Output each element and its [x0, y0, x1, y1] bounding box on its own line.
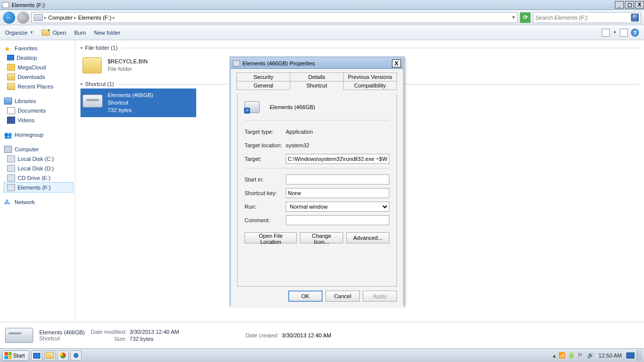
advanced-button[interactable]: Advanced... — [346, 232, 389, 243]
collapse-icon[interactable]: ▾ — [80, 82, 83, 86]
open-file-location-button[interactable]: Open File Location — [245, 232, 297, 243]
app-icon — [73, 353, 78, 358]
tray-volume-icon[interactable]: 🔊 — [587, 352, 594, 359]
taskbar: Start ▴ 📶 🔋 🏳 🔊 12:50 AM — [0, 348, 644, 362]
tab-general[interactable]: General — [236, 81, 290, 90]
breadcrumb[interactable]: ▸ Computer ▸ Elements (F:) ▸ ▾ — [31, 12, 518, 23]
label-date-created: Date created: — [246, 332, 279, 338]
cd-icon — [7, 174, 15, 182]
tray-icon[interactable]: 📶 — [558, 352, 566, 359]
help-icon[interactable]: ? — [631, 29, 639, 37]
dialog-close-button[interactable]: X — [392, 59, 401, 67]
change-icon-button[interactable]: Change Icon... — [300, 232, 343, 243]
tray-expand-icon[interactable]: ▴ — [553, 352, 556, 359]
network-item[interactable]: 🖧Network — [4, 197, 73, 207]
sidebar-item-documents[interactable]: Documents — [4, 106, 73, 115]
dialog-icon — [233, 60, 240, 66]
tab-compatibility[interactable]: Compatibility — [343, 81, 397, 90]
homegroup-item[interactable]: 👥Homegroup — [4, 130, 73, 139]
drive-icon — [5, 328, 33, 343]
start-button[interactable]: Start — [2, 350, 29, 361]
libraries-icon — [4, 98, 12, 105]
chevron-right-icon: ▸ — [44, 15, 47, 20]
breadcrumb-segment[interactable]: Computer — [48, 15, 72, 21]
taskbar-item-desktop[interactable] — [31, 350, 42, 360]
chevron-right-icon: ▸ — [74, 15, 76, 20]
tray-monitor-icon[interactable] — [626, 352, 634, 358]
desktop-icon — [33, 353, 40, 358]
tray-icon[interactable]: 🏳 — [578, 352, 585, 359]
minimize-button[interactable]: _ — [615, 1, 624, 9]
search-input[interactable]: Search Elements (F:) 🔍 — [533, 12, 641, 23]
item-type: File folder — [108, 65, 147, 73]
libraries-group[interactable]: Libraries — [4, 96, 73, 106]
taskbar-item-app[interactable] — [70, 350, 82, 360]
file-item-elements-shortcut[interactable]: Elements (466GB)Shortcut732 bytes — [80, 88, 196, 117]
tab-security[interactable]: Security — [236, 72, 290, 81]
taskbar-item-chrome[interactable] — [57, 350, 68, 360]
close-button[interactable]: X — [635, 1, 644, 9]
desktop-icon — [7, 55, 14, 60]
sidebar-item-recent[interactable]: Recent Places — [4, 81, 73, 91]
sidebar-item-elements-f[interactable]: Elements (F:) — [4, 183, 73, 192]
computer-icon — [4, 146, 12, 153]
sidebar-item-downloads[interactable]: Downloads — [4, 72, 73, 81]
sidebar-item-drive-d[interactable]: Local Disk (D:) — [4, 163, 73, 173]
breadcrumb-segment[interactable]: Elements (F:) — [78, 15, 111, 21]
search-icon[interactable]: 🔍 — [631, 14, 639, 22]
file-item-recycle[interactable]: $RECYCLE.BINFile folder — [80, 52, 196, 78]
tray-clock[interactable]: 12:50 AM — [599, 352, 622, 358]
preview-pane-button[interactable] — [620, 29, 628, 37]
start-in-input[interactable] — [286, 174, 389, 185]
chevron-down-icon: ▼ — [30, 30, 34, 35]
label-shortcut-key: Shortcut key: — [245, 190, 286, 196]
tray-icon[interactable]: 🔋 — [568, 352, 575, 359]
new-folder-button[interactable]: New folder — [94, 30, 121, 36]
run-select[interactable]: Normal window — [286, 202, 389, 212]
favorites-group[interactable]: ★Favorites — [4, 43, 73, 53]
ok-button[interactable]: OK — [288, 291, 323, 302]
address-bar: ← → ▸ Computer ▸ Elements (F:) ▸ ▾ ⟳ Sea… — [0, 10, 644, 25]
sidebar-item-cd-drive[interactable]: CD Drive (E:) — [4, 173, 73, 183]
search-placeholder: Search Elements (F:) — [535, 15, 588, 21]
computer-group[interactable]: Computer — [4, 144, 73, 154]
value-target-type: Application — [286, 129, 313, 135]
dialog-titlebar[interactable]: Elements (466GB) Properties X — [231, 58, 403, 69]
open-button[interactable]: Open — [42, 30, 66, 36]
maximize-button[interactable]: ▢ — [625, 1, 634, 9]
taskbar-item-explorer[interactable] — [44, 350, 55, 360]
sidebar-item-drive-c[interactable]: Local Disk (C:) — [4, 154, 73, 163]
organize-menu[interactable]: Organize▼ — [5, 30, 34, 36]
collapse-icon[interactable]: ▾ — [80, 46, 83, 50]
breadcrumb-dropdown-icon[interactable]: ▾ — [512, 14, 515, 21]
shortcut-key-input[interactable] — [286, 188, 389, 198]
burn-button[interactable]: Burn — [74, 30, 86, 36]
refresh-button[interactable]: ⟳ — [520, 12, 531, 23]
value-size: 732 bytes — [129, 336, 179, 342]
folder-icon — [7, 83, 15, 90]
value-target-location: system32 — [286, 142, 309, 148]
tab-details[interactable]: Details — [290, 72, 344, 81]
view-options-button[interactable] — [602, 29, 610, 37]
tab-previous-versions[interactable]: Previous Versions — [343, 72, 397, 81]
folder-icon — [7, 73, 15, 80]
window-title: Elements (F:) — [12, 2, 45, 8]
apply-button[interactable]: Apply — [363, 291, 397, 302]
sidebar-item-videos[interactable]: Videos — [4, 115, 73, 125]
chevron-down-icon[interactable]: ▼ — [613, 30, 617, 35]
comment-input[interactable] — [286, 215, 389, 225]
properties-dialog: Elements (466GB) Properties X Security D… — [229, 56, 405, 306]
forward-button[interactable]: → — [17, 12, 29, 24]
target-input[interactable] — [286, 154, 389, 164]
label-target-location: Target location: — [245, 142, 286, 148]
cancel-button[interactable]: Cancel — [326, 291, 360, 302]
back-button[interactable]: ← — [3, 12, 15, 24]
star-icon: ★ — [4, 45, 12, 52]
sidebar-item-megacloud[interactable]: MegaCloud — [4, 62, 73, 72]
folder-icon — [46, 352, 54, 359]
chrome-icon — [60, 352, 66, 358]
sidebar-item-desktop[interactable]: Desktop — [4, 53, 73, 62]
group-header-file-folder[interactable]: ▾File folder (1) — [80, 43, 639, 52]
tab-shortcut[interactable]: Shortcut — [290, 81, 344, 90]
show-desktop-button[interactable] — [637, 350, 642, 361]
